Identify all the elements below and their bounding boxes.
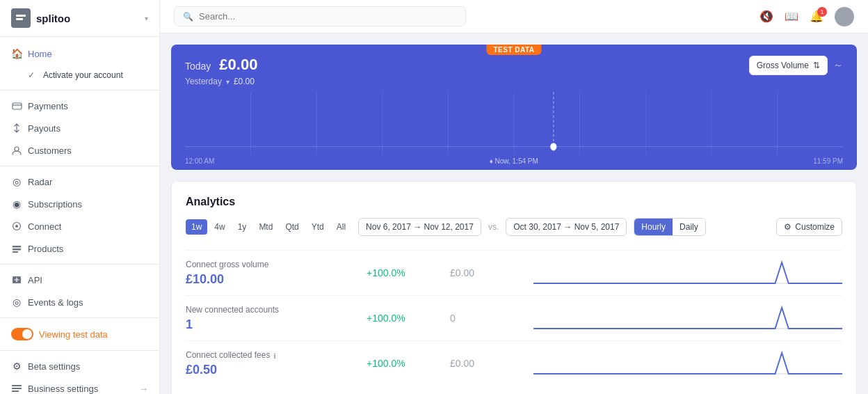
test-data-toggle-row: Viewing test data — [0, 322, 159, 346]
daily-btn[interactable]: Daily — [673, 219, 705, 235]
sidebar-item-connect-label: Connect — [28, 221, 61, 232]
svg-point-3 — [15, 147, 19, 151]
analytics-title: Analytics — [186, 196, 842, 208]
business-icon — [11, 383, 22, 394]
sidebar-item-subscriptions[interactable]: ◉ Subscriptions — [0, 193, 159, 215]
events-icon: ◎ — [11, 297, 22, 308]
date-range-button[interactable]: Nov 6, 2017 → Nov 12, 2017 — [358, 218, 481, 236]
date-range-to: Nov 12, 2017 — [424, 222, 474, 232]
connect-icon — [11, 221, 22, 232]
payouts-icon — [11, 123, 22, 134]
customize-label: Customize — [795, 222, 835, 232]
chart-today-amount: £0.00 — [219, 56, 257, 74]
metric-2-chart — [533, 304, 842, 332]
hourly-btn[interactable]: Hourly — [634, 219, 673, 235]
avatar[interactable] — [835, 7, 854, 26]
beta-icon: ⚙ — [11, 361, 22, 372]
metric-3-label-group: Connect collected fees ℹ £0.50 — [186, 350, 367, 377]
metric-1-value: £10.00 — [186, 272, 367, 287]
sidebar-item-beta[interactable]: ⚙ Beta settings — [0, 355, 159, 377]
home-icon: 🏠 — [11, 48, 22, 59]
period-btn-1w[interactable]: 1w — [186, 219, 207, 235]
period-btn-ytd[interactable]: Ytd — [306, 219, 330, 235]
svg-rect-10 — [12, 385, 22, 386]
sidebar-item-business-label: Business settings — [28, 384, 98, 394]
notification-badge: 1 — [817, 7, 827, 17]
chart-yesterday-amount: £0.00 — [234, 77, 255, 86]
metric-3-label: Connect collected fees — [186, 350, 270, 360]
info-icon[interactable]: ℹ — [273, 352, 276, 360]
metric-3-value: £0.50 — [186, 363, 367, 377]
period-btn-1y[interactable]: 1y — [232, 219, 252, 235]
period-btn-4w[interactable]: 4w — [209, 219, 230, 235]
test-data-badge: TEST DATA — [486, 45, 541, 55]
sidebar-item-payouts[interactable]: Payouts — [0, 117, 159, 139]
search-icon: 🔍 — [183, 12, 193, 22]
sidebar-item-payments[interactable]: Payments — [0, 95, 159, 117]
sidebar-item-products[interactable]: Products — [0, 237, 159, 260]
sidebar-item-api[interactable]: API — [0, 269, 159, 291]
chart-header: Today £0.00 Yesterday ▾ £0.00 Gross Volu… — [185, 56, 843, 86]
business-arrow-icon: → — [139, 384, 148, 394]
brand-chevron-icon[interactable]: ▾ — [145, 15, 148, 22]
sidebar-item-subscriptions-label: Subscriptions — [28, 199, 82, 210]
search-box[interactable]: 🔍 — [174, 6, 466, 26]
sidebar-item-events[interactable]: ◎ Events & logs — [0, 291, 159, 313]
toggle-knob — [22, 329, 32, 339]
docs-icon[interactable]: 📖 — [785, 10, 798, 23]
search-input[interactable] — [199, 11, 457, 22]
sidebar-item-customers[interactable]: Customers — [0, 139, 159, 161]
compare-to: Nov 5, 2017 — [574, 222, 620, 232]
sidebar-item-connect[interactable]: Connect — [0, 215, 159, 237]
svg-rect-6 — [13, 246, 21, 248]
radar-icon: ◎ — [11, 176, 22, 187]
sidebar-item-home[interactable]: 🏠 Home — [0, 42, 159, 65]
sidebar-item-business[interactable]: Business settings → — [0, 377, 159, 394]
test-data-toggle[interactable] — [11, 328, 33, 340]
sidebar-item-beta-label: Beta settings — [28, 361, 80, 372]
chart-title-row: Today £0.00 — [185, 56, 257, 74]
chart-collapse-icon[interactable]: ～ — [833, 59, 843, 72]
sidebar-item-payouts-label: Payouts — [28, 123, 61, 134]
svg-point-24 — [551, 143, 556, 150]
analytics-filters: 1w 4w 1y Mtd Qtd Ytd All Nov 6, 2017 → N… — [186, 218, 842, 236]
analytics-card: Analytics 1w 4w 1y Mtd Qtd Ytd All Nov 6… — [171, 181, 857, 394]
period-buttons: 1w 4w 1y Mtd Qtd Ytd All — [186, 219, 351, 235]
metric-1-compare: £0.00 — [450, 267, 533, 278]
volume-icon[interactable]: 🔇 — [760, 10, 773, 23]
gross-volume-label: Gross Volume — [757, 61, 809, 70]
metric-2-compare: 0 — [450, 313, 533, 324]
test-data-label: Viewing test data — [39, 329, 108, 340]
sidebar-item-activate-label: Activate your account — [43, 70, 123, 80]
payments-icon — [11, 100, 22, 111]
chart-today-label: Today — [185, 61, 211, 72]
sidebar: splitoo ▾ 🏠 Home ✓ Activate your account… — [0, 0, 160, 394]
vs-text: vs. — [488, 222, 499, 232]
subscriptions-icon: ◉ — [11, 198, 22, 210]
svg-rect-8 — [13, 251, 18, 253]
period-btn-qtd[interactable]: Qtd — [280, 219, 304, 235]
compare-range-button[interactable]: Oct 30, 2017 → Nov 5, 2017 — [506, 218, 627, 236]
metric-3-change: +100.0% — [367, 358, 450, 369]
chart-area — [185, 92, 843, 155]
metric-2-label: New connected accounts — [186, 305, 367, 315]
gross-volume-select[interactable]: Gross Volume ⇅ — [749, 56, 828, 75]
chart-yesterday-row: Yesterday ▾ £0.00 — [185, 77, 257, 86]
compare-from: Oct 30, 2017 — [513, 222, 561, 232]
metric-2-value: 1 — [186, 317, 367, 332]
sidebar-header: splitoo ▾ — [0, 0, 159, 37]
customize-button[interactable]: ⚙ Customize — [776, 218, 842, 236]
sidebar-item-activate[interactable]: ✓ Activate your account — [0, 65, 159, 86]
metric-1-label-group: Connect gross volume £10.00 — [186, 260, 367, 287]
chevron-down-icon: ▾ — [226, 78, 230, 86]
sidebar-item-events-label: Events & logs — [28, 297, 83, 308]
notifications-icon[interactable]: 🔔 1 — [810, 10, 823, 23]
sidebar-item-radar[interactable]: ◎ Radar — [0, 171, 159, 193]
nav-divider-5 — [0, 350, 159, 351]
period-btn-mtd[interactable]: Mtd — [253, 219, 278, 235]
period-btn-all[interactable]: All — [331, 219, 351, 235]
compare-arrow-icon: → — [563, 222, 574, 232]
metric-1-change: +100.0% — [367, 267, 450, 278]
app-logo — [11, 8, 31, 28]
svg-rect-7 — [13, 249, 21, 251]
